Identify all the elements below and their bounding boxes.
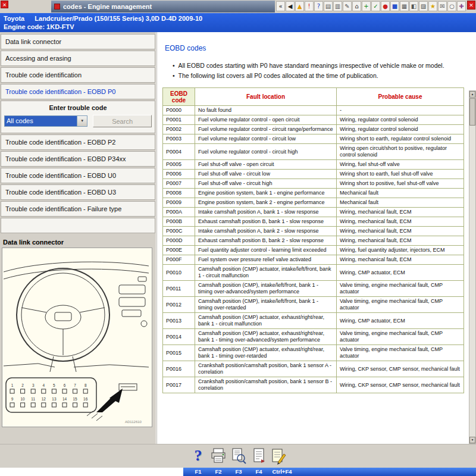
- table-row: P0006Fuel shut-off valve - circuit lowWi…: [163, 170, 464, 179]
- vehicle-info-bar: Toyota Landcruiser/Prado (150/155 Series…: [0, 13, 476, 32]
- content-heading: EOBD codes: [165, 44, 468, 52]
- cause-cell: Wiring, regulator control solenoid: [337, 115, 464, 125]
- code-cell: P0004: [163, 144, 195, 160]
- cause-cell: Wiring short to positive, fuel shut-off …: [337, 179, 464, 189]
- vehicle-title: Toyota Landcruiser/Prado (150/155 Series…: [4, 14, 476, 23]
- record-icon[interactable]: ●: [381, 1, 390, 11]
- sidebar-item[interactable]: Trouble code identification - Failure ty…: [1, 201, 155, 217]
- fault-cell: Fuel volume regulator control - circuit …: [195, 125, 337, 134]
- contrast-icon[interactable]: ◧: [409, 1, 418, 11]
- pin-square: [10, 403, 14, 407]
- chevron-down-icon[interactable]: ▼: [77, 116, 87, 126]
- code-filter-dropdown[interactable]: All codes ▼: [4, 115, 87, 127]
- table-row: P000BExhaust camshaft position B, bank 1…: [163, 217, 464, 227]
- edit-icon[interactable]: ✎: [343, 1, 352, 11]
- help-icon[interactable]: ?: [314, 1, 323, 11]
- table-row: P000FFuel system over pressure relief va…: [163, 255, 464, 265]
- pin-square: [62, 389, 67, 393]
- document-button[interactable]: [250, 446, 268, 465]
- add-icon[interactable]: +: [362, 1, 371, 11]
- code-cell: P0014: [163, 329, 195, 345]
- table-scrollbar[interactable]: ▲ ▼: [469, 90, 476, 444]
- nav-first-icon[interactable]: «: [276, 1, 285, 11]
- stop-icon[interactable]: ■: [390, 1, 399, 11]
- scroll-thumb[interactable]: [469, 98, 475, 126]
- note-item: All EOBD codes starting with P0 have sta…: [173, 62, 468, 69]
- cause-cell: Mechanical fault: [337, 198, 464, 208]
- fault-cell: Crankshaft position/camshaft position, b…: [195, 377, 337, 393]
- sidebar-item[interactable]: Data link connector: [1, 34, 155, 49]
- manual-icon[interactable]: ▤: [324, 1, 333, 11]
- table-row: P000AIntake camshaft position A, bank 1 …: [163, 208, 464, 217]
- pin-square: [83, 389, 87, 393]
- grid-icon[interactable]: ▦: [400, 1, 409, 11]
- sidebar-item[interactable]: Trouble code identification - EOBD U0: [1, 168, 155, 183]
- circle-icon[interactable]: ○: [447, 1, 456, 11]
- table-row: P0007Fuel shut-off valve - circuit highW…: [163, 179, 464, 189]
- spec-icon[interactable]: ▥: [333, 1, 342, 11]
- warning-icon[interactable]: ▲: [295, 1, 304, 11]
- sidebar-item[interactable]: Trouble code identification - EOBD P0: [1, 84, 155, 99]
- app-icon: [54, 4, 60, 10]
- sidebar-item[interactable]: Trouble code identification - EOBD P2: [1, 134, 155, 150]
- pin-number: 6: [64, 383, 66, 387]
- code-filter-value: All codes: [5, 116, 77, 126]
- question-mark-icon: ?: [195, 447, 202, 464]
- pin-number: 15: [73, 397, 77, 401]
- fault-cell: Fuel shut-off valve - open circuit: [195, 160, 337, 170]
- pin-square: [73, 389, 77, 393]
- print-preview-button[interactable]: [230, 446, 248, 465]
- cause-cell: Wiring short to earth, fuel shut-off val…: [337, 170, 464, 179]
- sidebar-item[interactable]: Accessing and erasing: [1, 51, 155, 66]
- nav-back-icon[interactable]: ◀: [286, 1, 295, 11]
- recall-icon[interactable]: !: [305, 1, 314, 11]
- pin-number: 12: [42, 397, 46, 401]
- table-row: P0011Camshaft position (CMP), intake/lef…: [163, 281, 464, 297]
- cause-cell: -: [337, 106, 464, 115]
- home-icon[interactable]: ⌂: [352, 1, 361, 11]
- tools-icon[interactable]: ✚: [457, 1, 466, 11]
- cause-cell: Wiring open circuit/short to positive, r…: [337, 144, 464, 160]
- table-row: P0014Camshaft position (CMP) actuator, e…: [163, 329, 464, 345]
- key-label-f4: F4: [255, 468, 262, 475]
- notes-button[interactable]: [270, 446, 288, 465]
- hatch-icon[interactable]: ▨: [419, 1, 428, 11]
- cause-cell: Wiring, mechanical fault, ECM: [337, 227, 464, 236]
- code-cell: P000F: [163, 255, 195, 265]
- window-title-segment[interactable]: codes - Engine management: [51, 1, 275, 12]
- column-header: Fault location: [195, 88, 337, 106]
- table-row: P0009Engine position system, bank 2 - en…: [163, 198, 464, 208]
- code-cell: P0000: [163, 106, 195, 115]
- pin-number: 3: [32, 383, 35, 387]
- cause-cell: Wiring, mechanical fault, ECM: [337, 217, 464, 227]
- print-button[interactable]: [209, 446, 227, 465]
- code-cell: P0008: [163, 189, 195, 198]
- pin-square: [21, 389, 25, 393]
- close-icon[interactable]: ✕: [467, 1, 475, 10]
- fault-cell: Camshaft position (CMP) actuator, exhaus…: [195, 345, 337, 361]
- codes-table: EOBD codeFault locationProbable cause P0…: [162, 87, 464, 393]
- sidebar-item[interactable]: Trouble code identification - EOBD P34xx: [1, 151, 155, 167]
- search-button[interactable]: Search: [93, 115, 152, 127]
- pin-number: 4: [42, 383, 45, 387]
- scroll-up-icon[interactable]: ▲: [469, 91, 475, 98]
- table-row: P000CIntake camshaft position A, bank 2 …: [163, 227, 464, 236]
- fault-cell: Intake camshaft position A, bank 1 - slo…: [195, 208, 337, 217]
- diagram-ref: AD112610: [125, 420, 142, 424]
- scroll-down-icon[interactable]: ▼: [469, 437, 475, 443]
- help-button[interactable]: ?: [189, 446, 207, 465]
- table-row: P0001Fuel volume regulator control - ope…: [163, 115, 464, 125]
- close-button-left[interactable]: ✕: [1, 1, 8, 8]
- cause-cell: Wiring, fuel quantity adjuster, injector…: [337, 246, 464, 255]
- print-preview-icon: [230, 446, 248, 465]
- star-icon[interactable]: ★: [428, 1, 437, 11]
- sidebar-item[interactable]: Trouble code identification: [1, 67, 155, 83]
- empty-panel: [1, 218, 155, 233]
- fault-cell: Intake camshaft position A, bank 2 - slo…: [195, 227, 337, 236]
- sidebar-item[interactable]: Trouble code identification - EOBD U3: [1, 184, 155, 200]
- check-icon[interactable]: ✓: [371, 1, 380, 11]
- function-key-bar: F1 F2 F3 F4 Ctrl+F4: [183, 468, 476, 476]
- cause-cell: Wiring, mechanical fault, ECM: [337, 208, 464, 217]
- cause-cell: Wiring, CKP sensor, CMP sensor, mechanic…: [337, 377, 464, 393]
- mail-icon[interactable]: ✉: [438, 1, 447, 11]
